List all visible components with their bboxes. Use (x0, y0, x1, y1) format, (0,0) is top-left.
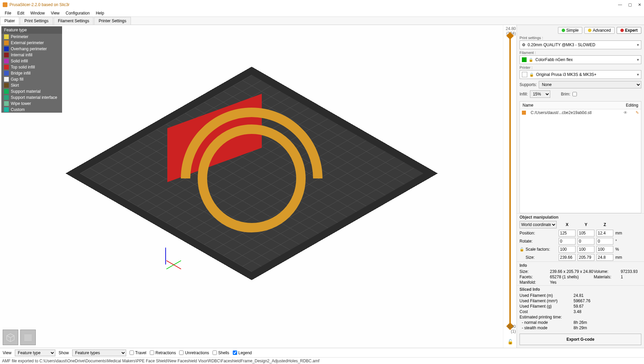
rotate-z-input[interactable] (596, 238, 613, 245)
titlebar: PrusaSlicer-2.2.0 based on Slic3r — ▢ ✕ (0, 0, 644, 9)
position-x-input[interactable] (559, 230, 576, 236)
info-size-label: Size: (520, 269, 550, 274)
window-minimize-button[interactable]: — (618, 2, 622, 7)
show-label: Show (59, 351, 69, 355)
view-dropdown[interactable]: Feature type (15, 349, 55, 356)
legend-swatch (4, 34, 9, 39)
retractions-label: Retractions (156, 351, 176, 355)
retractions-checkbox[interactable] (150, 351, 154, 355)
size-z-input[interactable] (596, 254, 613, 261)
objlist-col-name[interactable]: Name (520, 102, 623, 109)
slider-track[interactable] (509, 34, 511, 328)
legend-item: Skirt (1, 82, 62, 88)
printer-value: Original Prusa i3 MK3S & MK3S+ (536, 72, 596, 77)
manipulation-header: Object manipulation (520, 215, 641, 220)
legend-item-label: Internal infill (11, 53, 32, 57)
view-iso-button[interactable] (3, 330, 18, 345)
mode-simple-button[interactable]: Simple (558, 27, 583, 34)
visibility-icon[interactable]: 👁 (623, 110, 627, 115)
view-label: View (3, 351, 11, 355)
position-y-input[interactable] (578, 230, 594, 236)
menu-window[interactable]: Window (28, 10, 48, 16)
window-close-button[interactable]: ✕ (638, 2, 641, 7)
axis-x-label: X (559, 222, 576, 227)
view-layers-button[interactable] (20, 330, 36, 345)
legend-item: Perimeter (1, 34, 62, 40)
supports-dropdown[interactable]: None (539, 81, 641, 88)
window-maximize-button[interactable]: ▢ (628, 2, 632, 7)
edit-icon[interactable]: ✎ (636, 110, 639, 115)
legend-item: Overhang perimeter (1, 46, 62, 52)
status-bar: AMF file exported to C:\Users\daust\OneD… (0, 357, 644, 364)
legend-item-label: Skirt (11, 83, 19, 88)
lock-icon[interactable]: 🔓 (520, 247, 524, 252)
side-panel: Simple Advanced Expert Print settings : … (516, 25, 644, 348)
printer-dropdown[interactable]: 🔒 Original Prusa i3 MK3S & MK3S+ ▾ (520, 70, 641, 79)
legend-swatch (4, 77, 9, 82)
legend-item: Top solid infill (1, 64, 62, 70)
time-normal-label: - normal mode (520, 320, 573, 325)
coord-dropdown[interactable]: World coordinates (520, 221, 557, 228)
layer-slider[interactable]: 24.80 (124) 0.20 (1) 🔓 (503, 25, 516, 348)
menu-view[interactable]: View (48, 10, 62, 16)
legend-item: Gap fill (1, 76, 62, 82)
time-normal-value: 8h 26m (573, 320, 607, 325)
tab-filament-settings[interactable]: Filament Settings (54, 17, 94, 25)
position-z-input[interactable] (596, 230, 613, 236)
rotate-y-input[interactable] (578, 238, 594, 245)
slider-lock-icon[interactable]: 🔓 (507, 339, 513, 344)
info-facets-label: Facets: (520, 275, 550, 279)
infill-dropdown[interactable]: 15% (530, 90, 550, 98)
unretractions-label: Unretractions (185, 351, 209, 355)
export-gcode-button[interactable]: Export G-code (520, 334, 641, 345)
unretractions-checkbox[interactable] (179, 351, 184, 355)
time-stealth-value: 8h 29m (573, 326, 607, 330)
info-materials-label: Materials: (594, 275, 621, 279)
info-volume-label: Volume: (594, 269, 621, 274)
rotate-label: Rotate: (520, 239, 557, 244)
show-dropdown[interactable]: Feature types (72, 349, 126, 356)
objlist-col-editing[interactable]: Editing (623, 102, 641, 109)
mode-expert-button[interactable]: Expert (617, 27, 641, 34)
brim-checkbox[interactable] (572, 90, 577, 98)
plater-viewport[interactable]: Feature type PerimeterExternal perimeter… (0, 25, 503, 348)
print-settings-dropdown[interactable]: ⚙ 0.20mm QUALITY @MK3 - SLOWED ▾ (520, 40, 641, 49)
info-manifold-value: Yes (550, 280, 594, 285)
filament-dropdown[interactable]: 🔒 ColorFabb nGen flex ▾ (520, 55, 641, 64)
filament-g-label: Used Filament (g) (520, 304, 573, 309)
info-size-value: 239.66 x 205.79 x 24.80 (550, 269, 594, 274)
mode-advanced-button[interactable]: Advanced (584, 27, 614, 34)
size-y-input[interactable] (578, 254, 594, 261)
chevron-down-icon: ▾ (637, 43, 639, 47)
menu-file[interactable]: File (2, 10, 14, 16)
legend-checkbox[interactable] (233, 351, 237, 355)
menu-help[interactable]: Help (93, 10, 107, 16)
supports-label: Supports: (520, 82, 537, 87)
position-unit: mm (615, 231, 623, 235)
tab-print-settings[interactable]: Print Settings (20, 17, 53, 25)
scale-x-input[interactable] (559, 246, 576, 253)
menu-edit[interactable]: Edit (15, 10, 27, 16)
legend-item: Wipe tower (1, 101, 62, 107)
info-volume-value: 97233.93 (621, 269, 641, 274)
legend-swatch (4, 95, 9, 100)
object-filename: C:/Users/daust/...cbe2e19ab0d.stl (527, 110, 622, 115)
printer-icon (522, 72, 527, 77)
tabbar: Plater Print Settings Filament Settings … (0, 17, 644, 25)
rotate-x-input[interactable] (559, 238, 576, 245)
menu-configuration[interactable]: Configuration (63, 10, 92, 16)
object-row[interactable]: C:/Users/daust/...cbe2e19ab0d.stl 👁 ✎ (520, 109, 641, 116)
tab-printer-settings[interactable]: Printer Settings (94, 17, 131, 25)
legend-item: Support material (1, 88, 62, 94)
legend-item: Bridge infill (1, 70, 62, 76)
feature-legend: Feature type PerimeterExternal perimeter… (1, 26, 62, 113)
tab-plater[interactable]: Plater (0, 17, 19, 25)
legend-item: Custom (1, 107, 62, 113)
travel-checkbox[interactable] (130, 351, 134, 355)
scale-z-input[interactable] (596, 246, 613, 253)
shells-checkbox[interactable] (213, 351, 217, 355)
legend-item-label: Perimeter (11, 34, 28, 39)
time-label: Estimated printing time: (520, 315, 607, 319)
size-x-input[interactable] (559, 254, 576, 261)
scale-y-input[interactable] (578, 246, 594, 253)
